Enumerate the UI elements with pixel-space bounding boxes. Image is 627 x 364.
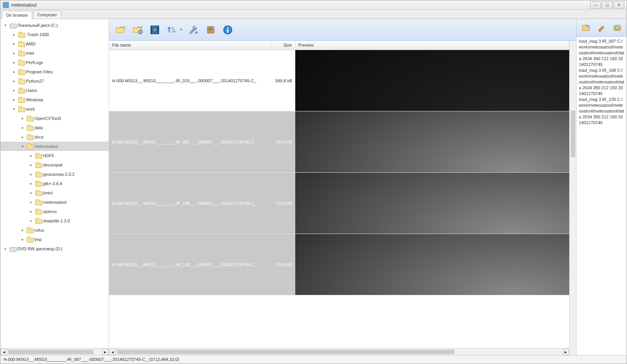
svg-rect-7 bbox=[172, 31, 176, 32]
folder-icon bbox=[18, 88, 24, 93]
file-row[interactable]: H-000-MSG3__-MSG3________-IR_016___-0000… bbox=[109, 50, 569, 111]
folder-gear-button[interactable] bbox=[132, 24, 144, 36]
svg-rect-5 bbox=[172, 27, 174, 28]
expand-icon[interactable]: ▸ bbox=[28, 191, 34, 195]
file-preview bbox=[295, 50, 569, 111]
scroll-left-icon[interactable]: ◀ bbox=[1, 349, 7, 355]
tree-node[interactable]: ▸tmp bbox=[0, 235, 109, 244]
expand-icon[interactable]: ▸ bbox=[28, 172, 34, 176]
expand-icon[interactable]: ▸ bbox=[20, 126, 25, 130]
expand-icon[interactable]: ▸ bbox=[20, 228, 25, 232]
scrollbar-thumb[interactable] bbox=[8, 350, 94, 354]
expand-icon[interactable]: ▸ bbox=[28, 210, 34, 213]
col-preview[interactable]: Preview bbox=[295, 41, 569, 50]
tree-node[interactable]: ▸AMD bbox=[0, 39, 109, 49]
tree-node[interactable]: ▸goocanvas-2.0.2 bbox=[0, 170, 109, 179]
expand-icon[interactable]: ▸ bbox=[3, 247, 8, 251]
console-clear-button[interactable] bbox=[596, 23, 607, 33]
scrollbar-thumb[interactable] bbox=[117, 350, 454, 354]
tree-node[interactable]: ▸Intel bbox=[0, 49, 109, 58]
expand-icon[interactable]: ▸ bbox=[11, 42, 17, 46]
expand-icon[interactable]: ▸ bbox=[11, 51, 17, 55]
tree-node[interactable]: ▸rufus bbox=[0, 225, 109, 235]
tree-node[interactable]: ▸Program Files bbox=[0, 67, 109, 76]
collapse-icon[interactable]: ▾ bbox=[11, 107, 17, 111]
tree-node-label: rufus bbox=[35, 228, 44, 232]
scroll-right-icon[interactable]: ▶ bbox=[563, 349, 569, 355]
minimize-button[interactable]: — bbox=[590, 2, 601, 9]
folder-icon bbox=[27, 144, 33, 149]
file-row[interactable]: H-000-MSG3__-MSG3________-IR_087___-0000… bbox=[109, 111, 569, 173]
collapse-icon[interactable]: ▾ bbox=[3, 23, 8, 27]
tree-node[interactable]: ▸gtk+-3.6.4 bbox=[0, 179, 109, 188]
tools-button[interactable] bbox=[187, 24, 200, 36]
tree-node[interactable]: ▾meteosatool bbox=[0, 142, 109, 151]
sort-dropdown-arrow-icon[interactable]: ▼ bbox=[180, 28, 183, 31]
tree-node[interactable]: ▸PerfLogs bbox=[0, 58, 109, 67]
folder-icon bbox=[35, 162, 42, 168]
tree-node[interactable]: ▸OpenCVTool3 bbox=[0, 114, 109, 123]
tree-node[interactable]: ▸Windows bbox=[0, 95, 109, 104]
tree-node[interactable]: ▸Users bbox=[0, 86, 109, 95]
tree-node[interactable]: ▾Локальный диск (C:) bbox=[0, 21, 109, 30]
expand-icon[interactable]: ▸ bbox=[28, 219, 34, 223]
tree-node[interactable]: ▸HDF5 bbox=[0, 151, 109, 160]
console-reload-button[interactable] bbox=[612, 23, 623, 33]
tree-node[interactable]: ▸.Trash-1000 bbox=[0, 30, 109, 39]
tab-composer[interactable]: Composer bbox=[33, 10, 61, 19]
scrollbar-thumb[interactable] bbox=[571, 111, 575, 157]
tree-node[interactable]: ▸docs bbox=[0, 132, 109, 142]
tree-node-label: .Trash-1000 bbox=[26, 32, 49, 37]
window-title: meteosatool bbox=[11, 2, 590, 8]
expand-icon[interactable]: ▸ bbox=[11, 98, 17, 102]
file-list[interactable]: H-000-MSG3__-MSG3________-IR_016___-0000… bbox=[109, 50, 569, 348]
tree-node[interactable]: ▸DVD RW дисковод (D:) bbox=[0, 244, 109, 253]
tree-hscrollbar[interactable]: ◀ ▶ bbox=[0, 348, 109, 355]
film-play-button[interactable] bbox=[149, 24, 161, 36]
titlebar: meteosatool — ◻ ✕ bbox=[0, 0, 627, 10]
open-folder-button[interactable] bbox=[114, 24, 127, 36]
recycle-button[interactable] bbox=[204, 24, 217, 36]
expand-icon[interactable]: ▸ bbox=[28, 154, 34, 158]
expand-icon[interactable]: ▸ bbox=[28, 182, 34, 185]
tab-dir-browser[interactable]: Dir browser bbox=[2, 11, 32, 19]
scroll-left-icon[interactable]: ◀ bbox=[109, 349, 116, 355]
collapse-icon[interactable]: ▾ bbox=[20, 144, 25, 148]
tree-node[interactable]: ▸meteosatool bbox=[0, 198, 109, 207]
col-filename[interactable]: File name bbox=[109, 41, 272, 50]
tree-node-label: Windows bbox=[26, 97, 43, 102]
scroll-right-icon[interactable]: ▶ bbox=[102, 349, 108, 355]
file-row[interactable]: H-000-MSG3__-MSG3________-IR_120___-0000… bbox=[109, 234, 569, 295]
filelist-vscrollbar[interactable] bbox=[569, 41, 576, 355]
expand-icon[interactable]: ▸ bbox=[28, 200, 34, 204]
console-run-button[interactable] bbox=[580, 23, 591, 33]
expand-icon[interactable]: ▸ bbox=[11, 88, 17, 92]
file-row[interactable]: H-000-MSG3__-MSG3________-IR_108___-0000… bbox=[109, 173, 569, 234]
directory-tree[interactable]: ▾Локальный диск (C:)▸.Trash-1000▸AMD▸Int… bbox=[0, 19, 109, 348]
col-size[interactable]: Size bbox=[272, 41, 295, 50]
svg-rect-4 bbox=[158, 26, 159, 34]
sort-button[interactable] bbox=[166, 24, 178, 36]
expand-icon[interactable]: ▸ bbox=[28, 163, 34, 167]
expand-icon[interactable]: ▸ bbox=[11, 79, 17, 83]
expand-icon[interactable]: ▸ bbox=[11, 61, 17, 64]
expand-icon[interactable]: ▸ bbox=[11, 33, 17, 36]
tree-node[interactable]: ▸opencv bbox=[0, 207, 109, 216]
expand-icon[interactable]: ▸ bbox=[20, 116, 25, 120]
tree-node[interactable]: ▸shapelib-1.3.0 bbox=[0, 216, 109, 225]
tree-node[interactable]: ▸jimtcl bbox=[0, 188, 109, 198]
close-button[interactable]: ✕ bbox=[613, 2, 624, 9]
folder-icon bbox=[18, 97, 24, 102]
expand-icon[interactable]: ▸ bbox=[20, 135, 25, 139]
filelist-hscrollbar[interactable]: ◀ ▶ bbox=[109, 348, 569, 355]
tree-node[interactable]: ▸Python27 bbox=[0, 76, 109, 86]
app-icon bbox=[3, 2, 9, 8]
svg-point-1 bbox=[140, 31, 141, 33]
expand-icon[interactable]: ▸ bbox=[20, 237, 25, 241]
expand-icon[interactable]: ▸ bbox=[11, 70, 17, 74]
tree-node[interactable]: ▸decompwt bbox=[0, 160, 109, 170]
tree-node[interactable]: ▸data bbox=[0, 123, 109, 132]
maximize-button[interactable]: ◻ bbox=[602, 2, 613, 9]
tree-node[interactable]: ▾work bbox=[0, 104, 109, 114]
info-button[interactable] bbox=[222, 24, 234, 36]
